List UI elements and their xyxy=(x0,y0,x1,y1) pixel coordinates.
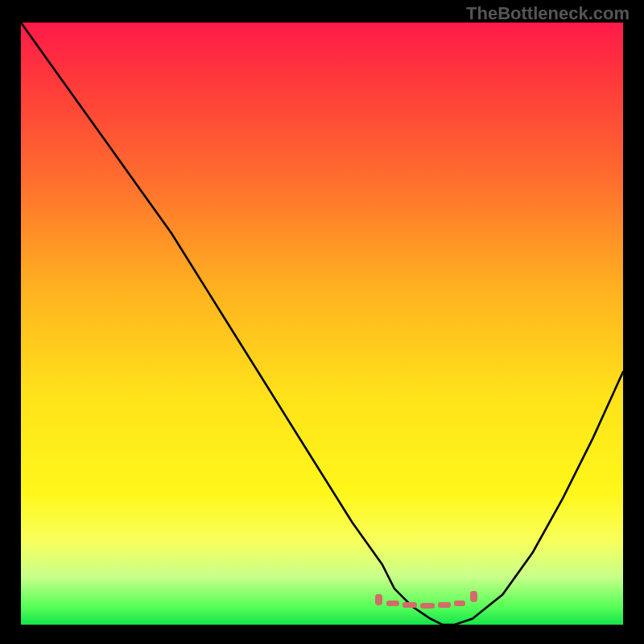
marker-dot xyxy=(470,591,477,602)
marker-dash xyxy=(386,601,399,606)
watermark-text: TheBottleneck.com xyxy=(466,3,630,24)
marker-dash xyxy=(438,602,451,608)
marker-dash xyxy=(454,601,465,606)
marker-dash xyxy=(402,602,417,608)
bottleneck-curve xyxy=(21,23,623,625)
marker-dash xyxy=(420,603,435,609)
marker-dot xyxy=(375,594,382,605)
chart-plot-area xyxy=(21,23,623,625)
